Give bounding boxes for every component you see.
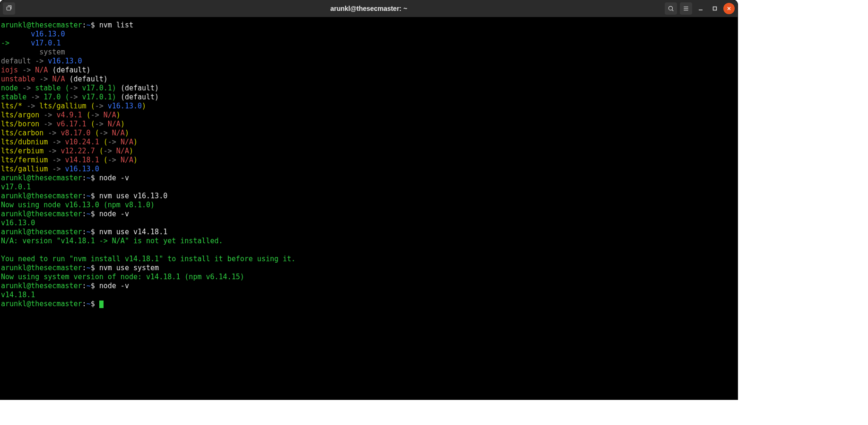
close-button[interactable] xyxy=(723,3,735,14)
minimize-button[interactable] xyxy=(695,3,706,14)
svg-rect-0 xyxy=(7,7,10,10)
hamburger-menu-button[interactable] xyxy=(680,2,692,15)
search-icon xyxy=(668,5,674,12)
terminal-window: arunkl@thesecmaster: ~ arunkl@thesecmast… xyxy=(0,0,738,399)
svg-rect-7 xyxy=(713,7,717,10)
new-tab-icon xyxy=(6,5,12,12)
titlebar[interactable]: arunkl@thesecmaster: ~ xyxy=(0,0,738,17)
cursor xyxy=(99,301,104,308)
svg-point-1 xyxy=(668,6,672,10)
terminal-body[interactable]: arunkl@thesecmaster:~$ nvm list v16.13.0… xyxy=(0,17,738,399)
menu-icon xyxy=(683,5,689,12)
terminal-output: arunkl@thesecmaster:~$ nvm list v16.13.0… xyxy=(1,21,738,309)
svg-line-2 xyxy=(672,9,673,11)
maximize-icon xyxy=(712,6,717,11)
maximize-button[interactable] xyxy=(709,3,720,14)
close-icon xyxy=(727,6,731,11)
search-button[interactable] xyxy=(665,2,677,15)
window-title: arunkl@thesecmaster: ~ xyxy=(0,0,738,17)
minimize-icon xyxy=(698,6,703,11)
new-tab-button[interactable] xyxy=(3,2,15,15)
